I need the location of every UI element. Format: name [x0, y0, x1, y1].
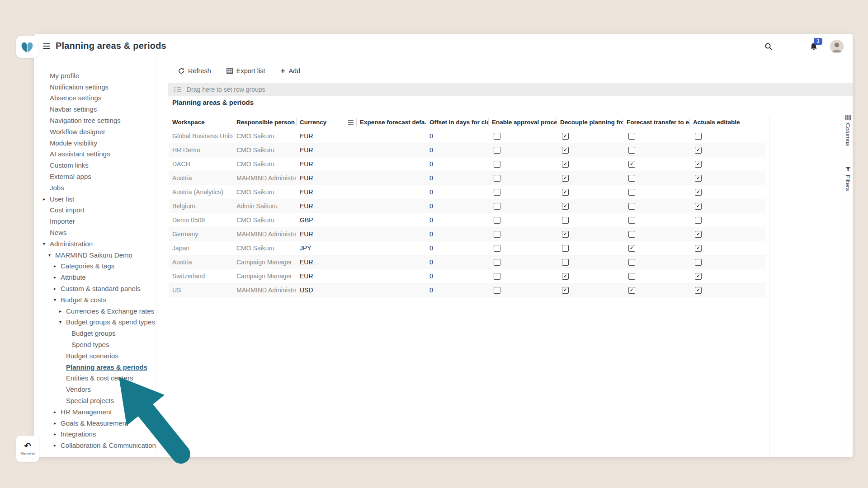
- sidebar-item-goals-measurement[interactable]: ▸Goals & Measurement: [34, 418, 156, 429]
- checkbox-decouple-checked[interactable]: ✓: [562, 189, 569, 196]
- table-row-dach-2[interactable]: DACHCMO SaikuruEUR0✓✓✓: [169, 157, 765, 171]
- tab-filters[interactable]: Filters: [844, 167, 851, 191]
- checkbox-approval-unchecked[interactable]: [494, 217, 500, 224]
- sidebar-item-vendors[interactable]: Vendors: [34, 384, 156, 395]
- row-groups-dropzone[interactable]: Drag here to set row groups: [168, 83, 853, 96]
- sidebar-item-absence-settings[interactable]: Absence settings: [34, 93, 156, 104]
- table-row-global-business-units-0[interactable]: Global Business UnitsCMO SaikuruEUR0✓: [169, 129, 765, 143]
- checkbox-decouple-checked[interactable]: ✓: [562, 231, 569, 238]
- checkbox-decouple-checked[interactable]: ✓: [562, 147, 569, 154]
- caret-down-icon[interactable]: ▾: [59, 319, 66, 324]
- checkbox-approval-unchecked[interactable]: [494, 231, 500, 238]
- checkbox-actuals-checked[interactable]: ✓: [695, 147, 702, 154]
- checkbox-approval-unchecked[interactable]: [494, 161, 500, 168]
- checkbox-actuals-checked[interactable]: ✓: [695, 287, 702, 294]
- sidebar-item-collaboration-communication[interactable]: ▸Collaboration & Communication: [34, 440, 156, 451]
- caret-right-icon[interactable]: ▸: [54, 443, 61, 448]
- table-row-switzerland-10[interactable]: SwitzerlandCampaign ManagerEUR0✓✓: [169, 269, 765, 283]
- caret-right-icon[interactable]: ▸: [54, 263, 61, 268]
- sidebar-item-navigation-tree-settings[interactable]: Navigation tree settings: [34, 115, 156, 126]
- checkbox-forecast-unchecked[interactable]: [628, 133, 635, 140]
- sidebar-item-administration[interactable]: ▾Administration: [34, 238, 156, 249]
- checkbox-actuals-checked[interactable]: ✓: [695, 203, 702, 210]
- checkbox-forecast-unchecked[interactable]: [628, 147, 635, 154]
- checkbox-forecast-unchecked[interactable]: [628, 189, 635, 196]
- sidebar-item-entities-cost-centers[interactable]: Entities & cost centers: [34, 373, 156, 384]
- checkbox-decouple-unchecked[interactable]: [562, 217, 569, 224]
- sidebar-item-budget-groups[interactable]: Budget groups: [34, 328, 156, 339]
- sidebar-item-my-profile[interactable]: My profile: [34, 70, 156, 81]
- checkbox-forecast-unchecked[interactable]: [628, 231, 635, 238]
- sidebar-item-module-visibility[interactable]: Module visibility: [34, 137, 156, 149]
- caret-right-icon[interactable]: ▸: [54, 421, 61, 426]
- sidebar-item-custom-standard-panels[interactable]: ▸Custom & standard panels: [34, 283, 156, 294]
- sidebar-item-jobs[interactable]: Jobs: [34, 182, 156, 193]
- column-menu-icon[interactable]: [348, 119, 354, 126]
- sidebar-item-workflow-designer[interactable]: Workflow designer: [34, 126, 156, 137]
- table-row-belgium-5[interactable]: BelgiumAdmin SaikuruEUR0✓✓: [169, 199, 765, 213]
- table-row-hr-demo-1[interactable]: HR DemoCMO SaikuruEUR0✓✓: [169, 143, 765, 157]
- table-row-japan-8[interactable]: JapanCMO SaikuruJPY0✓✓: [169, 241, 765, 255]
- sidebar-item-budget-scenarios[interactable]: Budget scenarios: [34, 350, 156, 361]
- column-header-offset-in-days-for-closi[interactable]: Offset in days for closi...: [426, 115, 488, 129]
- add-button[interactable]: + Add: [280, 67, 300, 75]
- column-header-expense-forecast-defa[interactable]: Expense forecast defa...: [356, 115, 426, 129]
- caret-right-icon[interactable]: ▸: [59, 309, 66, 314]
- checkbox-actuals-checked[interactable]: ✓: [695, 175, 702, 182]
- checkbox-approval-unchecked[interactable]: [494, 189, 500, 196]
- checkbox-approval-unchecked[interactable]: [494, 175, 500, 182]
- caret-down-icon[interactable]: ▾: [43, 241, 50, 246]
- checkbox-approval-unchecked[interactable]: [494, 133, 500, 140]
- checkbox-forecast-checked[interactable]: ✓: [628, 245, 635, 252]
- table-row-austria-3[interactable]: AustriaMARMIND AdministratorEUR0✓✓: [169, 171, 765, 185]
- sidebar-item-spend-types[interactable]: Spend types: [34, 339, 156, 350]
- column-header-currency[interactable]: Currency: [296, 115, 356, 129]
- sidebar-item-planning-areas-periods[interactable]: Planning areas & periods: [34, 361, 156, 373]
- checkbox-actuals-unchecked[interactable]: [695, 217, 702, 224]
- undo-arrow-icon[interactable]: ↶: [24, 442, 31, 450]
- export-list-button[interactable]: Export list: [226, 67, 265, 75]
- sidebar-item-custom-links[interactable]: Custom links: [34, 160, 156, 171]
- checkbox-actuals-checked[interactable]: ✓: [695, 245, 702, 252]
- checkbox-decouple-checked[interactable]: ✓: [562, 133, 569, 140]
- checkbox-approval-unchecked[interactable]: [494, 287, 500, 294]
- sidebar-item-marmind-saikuru-demo[interactable]: ▾MARMIND Saikuru Demo: [34, 249, 156, 261]
- table-row-demo-0508-6[interactable]: Demo 0508CMO SaikuruGBP0: [169, 213, 765, 227]
- table-row-austria-analytics-4[interactable]: Austria (Analytics)CMO SaikuruEUR0✓✓: [169, 185, 765, 199]
- checkbox-decouple-checked[interactable]: ✓: [562, 203, 569, 210]
- checkbox-actuals-unchecked[interactable]: [695, 133, 702, 140]
- sidebar-item-importer[interactable]: Importer: [34, 216, 156, 227]
- checkbox-decouple-checked[interactable]: ✓: [562, 287, 569, 294]
- sidebar-item-hr-management[interactable]: ▸HR Management: [34, 406, 156, 418]
- sidebar-item-budget-costs[interactable]: ▾Budget & costs: [34, 294, 156, 305]
- sidebar-item-notification-settings[interactable]: Notification settings: [34, 81, 156, 93]
- sidebar-item-budget-groups-spend-types[interactable]: ▾Budget groups & spend types: [34, 317, 156, 328]
- caret-right-icon[interactable]: ▸: [54, 286, 61, 291]
- checkbox-actuals-checked[interactable]: ✓: [695, 161, 702, 168]
- column-header-enable-approval-proce[interactable]: Enable approval proce...: [488, 115, 557, 129]
- sidebar-item-cost-import[interactable]: Cost import: [34, 205, 156, 216]
- sidebar-item-navbar-settings[interactable]: Navbar settings: [34, 103, 156, 115]
- caret-right-icon[interactable]: ▸: [54, 432, 61, 436]
- column-header-forecast-transfer-to-es[interactable]: Forecast transfer to es...: [623, 115, 689, 129]
- checkbox-forecast-unchecked[interactable]: [628, 217, 635, 224]
- user-avatar[interactable]: [830, 40, 844, 53]
- checkbox-forecast-unchecked[interactable]: [628, 273, 635, 280]
- search-button[interactable]: [763, 41, 774, 52]
- sidebar-item-integrations[interactable]: ▸Integrations: [34, 429, 156, 440]
- checkbox-approval-unchecked[interactable]: [494, 203, 500, 210]
- checkbox-decouple-checked[interactable]: ✓: [562, 273, 569, 280]
- checkbox-forecast-unchecked[interactable]: [628, 259, 635, 266]
- sidebar-item-currencies-exchange-rates[interactable]: ▸Currencies & Exchange rates: [34, 305, 156, 317]
- sidebar-item-special-projects[interactable]: Special projects: [34, 395, 156, 406]
- table-row-germany-7[interactable]: GermanyMARMIND AdministratorEUR0✓✓: [169, 227, 765, 241]
- checkbox-decouple-unchecked[interactable]: [562, 245, 569, 252]
- column-header-actuals-editable[interactable]: Actuals editable: [689, 115, 765, 129]
- sidebar-item-ai-assistant-settings[interactable]: AI assistant settings: [34, 149, 156, 160]
- sidebar-item-attribute[interactable]: ▸Attribute: [34, 272, 156, 283]
- menu-toggle-icon[interactable]: [43, 43, 50, 49]
- checkbox-forecast-checked[interactable]: ✓: [628, 287, 635, 294]
- table-row-austria-9[interactable]: AustriaCampaign ManagerEUR0: [169, 255, 765, 269]
- checkbox-decouple-checked[interactable]: ✓: [562, 175, 569, 182]
- caret-right-icon[interactable]: ▸: [54, 409, 61, 414]
